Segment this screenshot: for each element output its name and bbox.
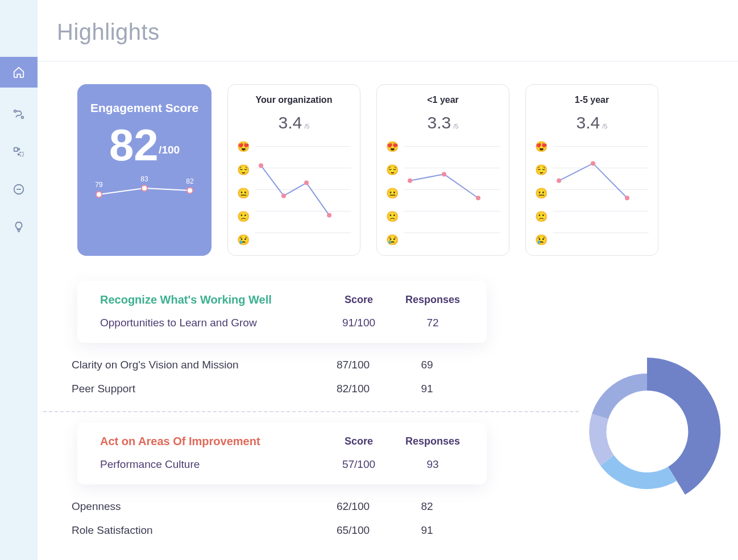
- row-score: 62/100: [316, 500, 390, 513]
- svg-point-14: [442, 172, 446, 176]
- svg-rect-2: [14, 148, 18, 151]
- row-name: Peer Support: [72, 383, 316, 395]
- row-score: 87/100: [316, 359, 390, 371]
- svg-point-1: [22, 117, 24, 119]
- mood-emoji: 😌: [535, 164, 548, 176]
- engagement-trend-chart: 79 83 82: [90, 175, 198, 203]
- flow-icon: [13, 108, 25, 121]
- score-card-value: 3.4/5: [235, 113, 353, 132]
- sidebar-item-flow[interactable]: [0, 103, 38, 125]
- mood-emoji: 😌: [386, 164, 399, 176]
- improvement-panel: Act on Areas Of Improvement Score Respon…: [77, 422, 487, 484]
- sidebar-item-home[interactable]: [0, 57, 38, 88]
- engagement-title: Engagement Score: [85, 101, 204, 115]
- mood-emoji: 🙁: [535, 210, 548, 223]
- top-item-score: 91/100: [322, 317, 396, 329]
- mood-line-chart: [553, 140, 649, 246]
- svg-point-0: [14, 110, 16, 113]
- row-responses: 82: [390, 500, 464, 513]
- mood-line-chart: [255, 140, 351, 246]
- table-row: Clarity on Org's Vision and Mission87/10…: [72, 353, 481, 377]
- mood-emoji: 😍: [386, 140, 399, 153]
- table-row: Role Satisfaction65/10091: [72, 518, 481, 542]
- compare-icon: [13, 146, 25, 158]
- svg-point-12: [327, 213, 331, 218]
- mood-emoji-column: 😍😌😐🙁😢: [535, 140, 548, 246]
- svg-point-8: [187, 188, 193, 193]
- row-responses: 91: [390, 524, 464, 537]
- table-row: Peer Support82/10091: [72, 377, 481, 401]
- home-icon: [13, 66, 25, 78]
- mood-emoji: 😐: [535, 187, 548, 200]
- svg-point-16: [557, 179, 561, 183]
- mood-emoji: 😢: [386, 234, 399, 246]
- content-area: Engagement Score 82 /100 79 83 82 Your o…: [38, 61, 738, 560]
- mood-emoji: 😢: [237, 234, 250, 246]
- mood-emoji-column: 😍😌😐🙁😢: [237, 140, 250, 246]
- mood-line-chart: [404, 140, 500, 246]
- mood-emoji: 🙁: [237, 210, 250, 223]
- donut-chart-container: [562, 281, 732, 542]
- table-row: Openness62/10082: [72, 495, 481, 518]
- row-responses: 69: [390, 359, 464, 371]
- section-divider: [43, 411, 579, 412]
- svg-point-10: [281, 193, 286, 198]
- svg-point-15: [476, 196, 480, 200]
- page-header: Highlights: [38, 0, 738, 61]
- sidebar: [0, 0, 38, 560]
- lower-section: Recognize What's Working Well Score Resp…: [77, 281, 732, 542]
- top-item-name: Performance Culture: [100, 458, 322, 471]
- row-responses: 91: [390, 383, 464, 395]
- svg-point-13: [408, 179, 412, 183]
- top-item-responses: 72: [396, 317, 470, 329]
- row-score: 82/100: [316, 383, 390, 395]
- working-well-panel: Recognize What's Working Well Score Resp…: [77, 281, 487, 343]
- score-card-0: Your organization3.4/5😍😌😐🙁😢: [227, 84, 360, 256]
- responses-header: Responses: [396, 435, 470, 447]
- svg-point-11: [304, 181, 309, 185]
- tables-column: Recognize What's Working Well Score Resp…: [77, 281, 545, 542]
- row-name: Clarity on Org's Vision and Mission: [72, 359, 316, 371]
- responses-header: Responses: [396, 294, 470, 306]
- top-item-score: 57/100: [322, 458, 396, 471]
- row-score: 65/100: [316, 524, 390, 537]
- bulb-icon: [13, 221, 25, 233]
- svg-point-19: [619, 403, 675, 460]
- score-card-title: <1 year: [384, 95, 502, 105]
- top-item-responses: 93: [396, 458, 470, 471]
- sidebar-item-bulb[interactable]: [0, 216, 38, 238]
- score-card-value: 3.3/5: [384, 113, 502, 132]
- mood-emoji: 😐: [386, 187, 399, 200]
- main-content: Highlights Engagement Score 82 /100 79 8…: [38, 0, 738, 560]
- donut-chart: [567, 352, 727, 517]
- trend-label-0: 79: [95, 181, 103, 189]
- svg-point-18: [625, 196, 629, 200]
- row-name: Role Satisfaction: [72, 524, 316, 537]
- mood-emoji-column: 😍😌😐🙁😢: [386, 140, 399, 246]
- engagement-value: 82: [109, 119, 159, 171]
- mood-emoji: 😍: [535, 140, 548, 153]
- mood-emoji: 😍: [237, 140, 250, 153]
- svg-rect-3: [20, 152, 23, 156]
- mood-emoji: 😌: [237, 164, 250, 176]
- score-card-value: 3.4/5: [533, 113, 651, 132]
- svg-point-9: [259, 163, 263, 168]
- mood-emoji: 😢: [535, 234, 548, 246]
- sidebar-item-minus[interactable]: [0, 179, 38, 200]
- trend-label-1: 83: [140, 175, 148, 183]
- working-well-title: Recognize What's Working Well: [100, 293, 322, 306]
- mood-emoji: 🙁: [386, 210, 399, 223]
- score-header: Score: [322, 435, 396, 447]
- score-card-title: 1-5 year: [533, 95, 651, 105]
- score-card-2: 1-5 year3.4/5😍😌😐🙁😢: [525, 84, 658, 256]
- cards-row: Engagement Score 82 /100 79 83 82 Your o…: [77, 84, 732, 256]
- score-header: Score: [322, 294, 396, 306]
- improvement-title: Act on Areas Of Improvement: [100, 435, 322, 448]
- svg-point-6: [96, 192, 102, 197]
- sidebar-item-compare[interactable]: [0, 141, 38, 163]
- page-title: Highlights: [57, 19, 738, 45]
- svg-point-7: [142, 185, 147, 191]
- mood-emoji: 😐: [237, 187, 250, 200]
- svg-point-17: [591, 161, 595, 165]
- engagement-score-card: Engagement Score 82 /100 79 83 82: [77, 84, 212, 256]
